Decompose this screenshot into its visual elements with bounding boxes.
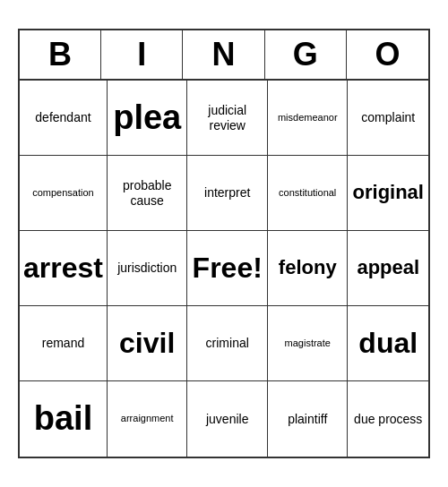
bingo-card: BINGO defendantpleajudicial reviewmisdem… xyxy=(18,29,430,458)
cell-text-14: appeal xyxy=(357,256,419,279)
cell-text-16: civil xyxy=(119,326,175,360)
bingo-cell-12: Free! xyxy=(187,231,268,306)
cell-text-0: defendant xyxy=(35,110,90,125)
cell-text-15: remand xyxy=(42,336,84,351)
bingo-cell-2: judicial review xyxy=(187,81,268,156)
cell-text-23: plaintiff xyxy=(288,412,327,427)
bingo-cell-0: defendant xyxy=(20,81,108,156)
bingo-cell-3: misdemeanor xyxy=(268,81,349,156)
cell-text-13: felony xyxy=(279,256,337,279)
bingo-cell-24: due process xyxy=(348,381,428,457)
cell-text-19: dual xyxy=(358,326,418,360)
cell-text-21: arraignment xyxy=(121,413,174,424)
cell-text-22: juvenile xyxy=(206,412,248,427)
bingo-cell-15: remand xyxy=(20,306,108,381)
cell-text-12: Free! xyxy=(193,251,263,285)
bingo-grid: defendantpleajudicial reviewmisdemeanorc… xyxy=(20,81,428,457)
bingo-cell-7: interpret xyxy=(187,156,268,231)
bingo-cell-19: dual xyxy=(348,306,428,381)
bingo-cell-9: original xyxy=(348,156,428,231)
cell-text-2: judicial review xyxy=(191,103,263,133)
cell-text-8: constitutional xyxy=(279,187,336,199)
bingo-cell-20: bail xyxy=(20,381,108,457)
header-letter-g: G xyxy=(265,30,347,79)
bingo-cell-21: arraignment xyxy=(108,381,188,457)
bingo-cell-17: criminal xyxy=(187,306,268,381)
cell-text-17: criminal xyxy=(206,336,249,351)
bingo-cell-13: felony xyxy=(268,231,349,306)
cell-text-5: compensation xyxy=(32,187,94,199)
bingo-cell-18: magistrate xyxy=(268,306,349,381)
bingo-cell-6: probable cause xyxy=(108,156,188,231)
bingo-cell-11: jurisdiction xyxy=(108,231,188,306)
cell-text-3: misdemeanor xyxy=(278,112,338,124)
bingo-cell-8: constitutional xyxy=(268,156,349,231)
bingo-cell-16: civil xyxy=(108,306,188,381)
cell-text-1: plea xyxy=(113,98,181,139)
bingo-cell-1: plea xyxy=(108,81,188,156)
cell-text-10: arrest xyxy=(23,251,103,285)
bingo-cell-5: compensation xyxy=(20,156,108,231)
header-letter-n: N xyxy=(183,30,264,79)
bingo-cell-23: plaintiff xyxy=(268,381,349,457)
bingo-cell-14: appeal xyxy=(348,231,428,306)
bingo-header: BINGO xyxy=(20,30,428,81)
cell-text-11: jurisdiction xyxy=(117,261,177,276)
cell-text-20: bail xyxy=(34,398,92,440)
header-letter-o: O xyxy=(347,30,428,79)
cell-text-24: due process xyxy=(354,412,422,427)
bingo-cell-22: juvenile xyxy=(187,381,268,457)
header-letter-b: B xyxy=(20,30,101,79)
bingo-cell-4: complaint xyxy=(348,81,428,156)
cell-text-9: original xyxy=(353,181,424,204)
cell-text-7: interpret xyxy=(204,185,250,201)
header-letter-i: I xyxy=(101,30,183,79)
cell-text-18: magistrate xyxy=(285,337,331,349)
cell-text-6: probable cause xyxy=(111,178,184,209)
cell-text-4: complaint xyxy=(361,110,415,125)
bingo-cell-10: arrest xyxy=(20,231,108,306)
